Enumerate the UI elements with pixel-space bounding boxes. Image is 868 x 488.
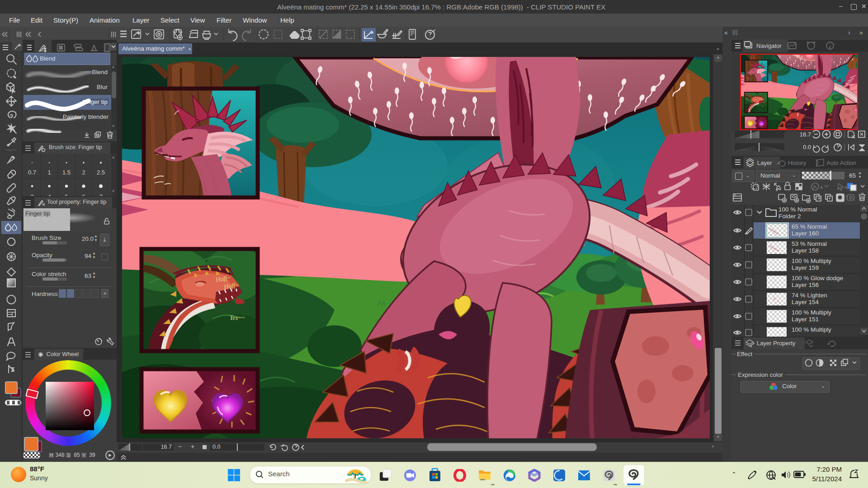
svg-text:Navigator: Navigator xyxy=(756,42,782,49)
svg-text:100 % Glow dodge: 100 % Glow dodge xyxy=(792,275,843,282)
svg-text:Layer 154: Layer 154 xyxy=(792,299,819,305)
svg-text:6: 6 xyxy=(82,193,85,196)
svg-text:Layer 159: Layer 159 xyxy=(792,264,819,271)
svg-text:Layer 158: Layer 158 xyxy=(792,247,819,254)
svg-text:Layer Property: Layer Property xyxy=(757,340,796,347)
svg-text:65 % Normal: 65 % Normal xyxy=(792,223,827,230)
svg-text:0.7: 0.7 xyxy=(28,169,36,176)
svg-text:1: 1 xyxy=(47,169,51,176)
svg-text:1.5: 1.5 xyxy=(62,169,71,176)
svg-text:Auto Action: Auto Action xyxy=(826,160,856,166)
svg-text:Layer 160: Layer 160 xyxy=(792,230,819,237)
svg-text:100 % Normal: 100 % Normal xyxy=(778,206,817,213)
svg-text:5: 5 xyxy=(65,193,68,196)
svg-text:100 % Multiply: 100 % Multiply xyxy=(792,258,831,264)
svg-text:2.5: 2.5 xyxy=(97,169,105,176)
svg-text:Layer 151: Layer 151 xyxy=(792,316,819,323)
svg-text:4: 4 xyxy=(47,193,51,196)
svg-text:100 % Multiply: 100 % Multiply xyxy=(792,326,831,333)
svg-text:74 % Lighten: 74 % Lighten xyxy=(792,292,827,299)
svg-text:History: History xyxy=(788,160,807,166)
svg-text:53 % Normal: 53 % Normal xyxy=(792,240,827,247)
svg-text:7: 7 xyxy=(99,193,102,196)
svg-text:2: 2 xyxy=(82,169,85,176)
svg-text:Layer: Layer xyxy=(757,160,772,166)
svg-text:Layer 156: Layer 156 xyxy=(792,282,819,288)
svg-text:100 % Multiply: 100 % Multiply xyxy=(792,309,831,316)
svg-text:Folder 2: Folder 2 xyxy=(778,213,801,220)
svg-text:3: 3 xyxy=(30,193,33,196)
